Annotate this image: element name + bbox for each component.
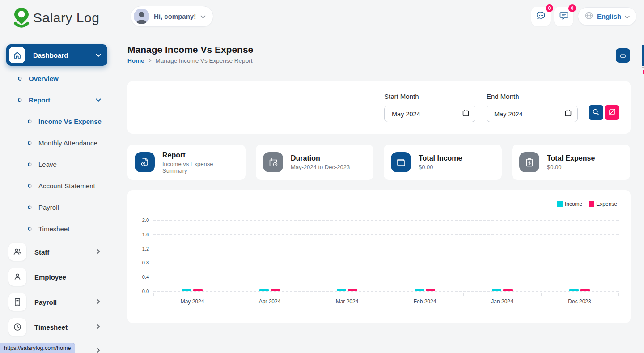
feedback-button[interactable]: 0	[554, 7, 573, 26]
sidebar-item-income-vs-expense[interactable]: Income Vs Expense	[6, 116, 107, 127]
status-bar-url: https://salarylog.com/home	[0, 343, 75, 353]
sidebar-item-payroll-report[interactable]: Payroll	[6, 202, 107, 213]
search-button[interactable]	[589, 105, 603, 120]
sidebar-item-label: Employee	[34, 273, 107, 281]
summary-card-subtitle: $0.00	[419, 164, 462, 170]
x-axis-tick	[463, 293, 464, 296]
sidebar-item-staff[interactable]: Staff	[6, 241, 107, 263]
home-icon	[9, 47, 25, 63]
chart-legend: Income Expense	[557, 201, 617, 207]
summary-card-title: Report	[162, 151, 238, 160]
clock-icon	[8, 318, 26, 336]
end-month-label: End Month	[487, 93, 519, 100]
feedback-badge: 0	[568, 4, 576, 12]
calendar-icon	[462, 110, 469, 118]
sidebar-item-label: Report	[29, 96, 89, 104]
bar-group: Dec 2023	[553, 288, 606, 307]
sidebar-item-label: Payroll	[34, 298, 89, 306]
y-tick-label: 2.0	[135, 217, 149, 223]
language-selector[interactable]: English	[578, 7, 636, 26]
start-month-input[interactable]: May 2024	[384, 106, 475, 122]
sidebar-item-report[interactable]: Report	[6, 94, 107, 105]
sidebar-item-label: Overview	[29, 75, 59, 82]
summary-card-duration: Duration May-2024 to Dec-2023	[256, 145, 373, 180]
sidebar-item-employee[interactable]: Employee	[6, 266, 107, 288]
expense-bar	[348, 289, 357, 291]
x-axis-tick	[541, 293, 542, 296]
income-bar	[259, 289, 269, 291]
sidebar-item-timesheet[interactable]: Timesheet	[6, 316, 107, 338]
sidebar-item-dashboard[interactable]: Dashboard	[6, 44, 107, 66]
user-icon	[8, 268, 26, 286]
breadcrumb-current: Manage Income Vs Expense Report	[156, 57, 253, 64]
y-tick-label: 0.8	[135, 260, 149, 265]
clipboard-dollar-icon	[519, 152, 539, 172]
chevron-down-icon	[96, 51, 101, 59]
app-window: Salary Log Hi, company! 0	[0, 0, 644, 353]
chevron-right-icon	[97, 347, 100, 353]
summary-card-subtitle: $0.00	[547, 164, 595, 170]
language-label: English	[597, 13, 621, 20]
sidebar-item-label: Account Statement	[38, 182, 95, 190]
summary-card-total-expense: Total Expense $0.00	[512, 145, 630, 180]
filter-panel: Start Month May 2024 End Month May 2024	[127, 81, 631, 134]
sidebar-item-monthly-attendance[interactable]: Monthly Attendance	[6, 137, 107, 148]
chevron-right-icon	[97, 298, 100, 306]
logo-text: Salary Log	[33, 10, 99, 26]
breadcrumb-home-link[interactable]: Home	[127, 57, 144, 64]
wallet-icon	[391, 152, 411, 172]
y-tick-label: 0.0	[135, 289, 149, 294]
sidebar-item-overview[interactable]: Overview	[6, 73, 107, 84]
sidebar-item-leave[interactable]: Leave	[6, 159, 107, 170]
y-tick-label: 1.2	[135, 246, 149, 251]
calendar-clock-icon	[263, 152, 283, 172]
x-tick-label: Mar 2024	[320, 298, 374, 305]
gridline	[153, 277, 619, 277]
bar-group: May 2024	[165, 288, 219, 307]
sidebar-item-label: Timesheet	[38, 225, 69, 233]
logo-pin-icon	[12, 6, 31, 30]
x-axis-tick	[153, 293, 154, 296]
sidebar-item-label: Staff	[34, 248, 89, 256]
summary-card-title: Total Expense	[547, 154, 595, 163]
end-month-input[interactable]: May 2024	[487, 106, 578, 122]
calendar-icon	[565, 110, 572, 118]
bullet-icon	[27, 140, 33, 145]
sidebar-item-payroll[interactable]: Payroll	[6, 291, 107, 313]
chat-badge: 0	[546, 4, 553, 12]
expense-swatch-icon	[589, 201, 594, 207]
app-logo[interactable]: Salary Log	[12, 6, 99, 30]
page-title: Manage Income Vs Expense	[127, 44, 253, 55]
sidebar-item-timesheet-report[interactable]: Timesheet	[6, 223, 107, 234]
income-bar	[415, 289, 424, 291]
chevron-right-icon	[97, 248, 100, 256]
summary-card-report: Report Income vs Expense Summary	[127, 145, 246, 180]
greeting-text: Hi, company!	[154, 13, 196, 20]
clipped-edge-artifact-blue	[642, 45, 644, 66]
breadcrumb-separator-icon	[148, 57, 152, 64]
chat-bubble-dots-icon	[536, 11, 546, 22]
income-bar	[569, 289, 579, 291]
sidebar-item-account-statement[interactable]: Account Statement	[6, 180, 107, 191]
bullet-icon	[27, 119, 33, 124]
bullet-icon	[17, 76, 23, 81]
expense-bar	[426, 289, 435, 291]
sidebar-item-label: Monthly Attendance	[38, 139, 97, 147]
x-tick-label: Feb 2024	[398, 298, 452, 305]
summary-card-subtitle: Income vs Expense Summary	[162, 161, 238, 174]
reset-filter-button[interactable]	[605, 105, 619, 120]
bar-group: Jan 2024	[475, 288, 529, 307]
expense-bar	[503, 289, 513, 291]
chat-bubble-lines-icon	[559, 11, 569, 22]
bar-group: Feb 2024	[398, 288, 452, 307]
summary-card-total-income: Total Income $0.00	[384, 145, 502, 180]
bullet-icon	[27, 183, 33, 188]
user-avatar	[134, 9, 149, 24]
summary-card-title: Duration	[291, 154, 350, 163]
download-report-button[interactable]	[616, 48, 630, 63]
chat-button[interactable]: 0	[531, 7, 551, 26]
user-menu-button[interactable]: Hi, company!	[131, 6, 213, 27]
gridline	[153, 220, 619, 221]
globe-icon	[585, 11, 593, 22]
summary-card-subtitle: May-2024 to Dec-2023	[291, 164, 350, 170]
